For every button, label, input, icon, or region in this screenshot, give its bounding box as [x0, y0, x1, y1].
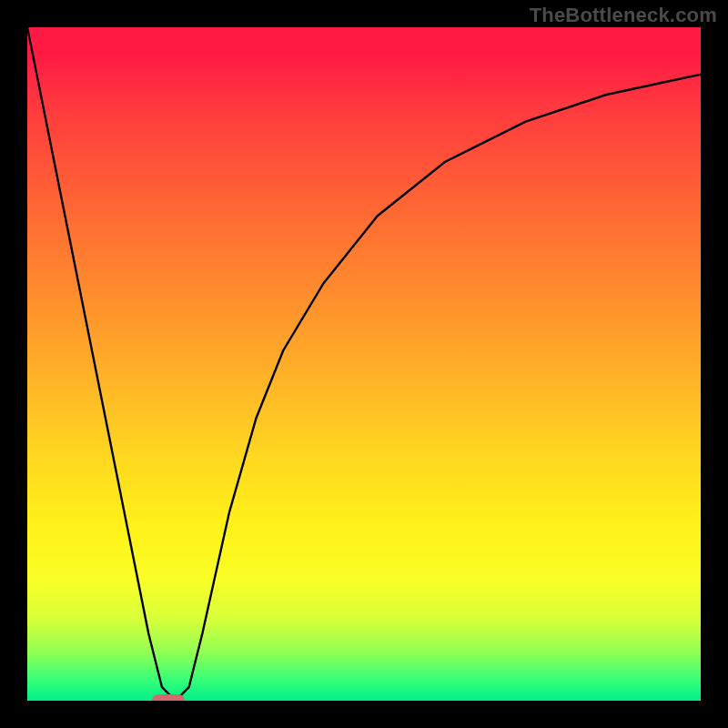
chart-frame: TheBottleneck.com: [0, 0, 728, 728]
curve-path: [27, 27, 701, 701]
optimal-marker: [152, 694, 185, 701]
watermark-text: TheBottleneck.com: [530, 4, 717, 27]
plot-area: [27, 27, 701, 701]
bottleneck-curve: [27, 27, 701, 701]
